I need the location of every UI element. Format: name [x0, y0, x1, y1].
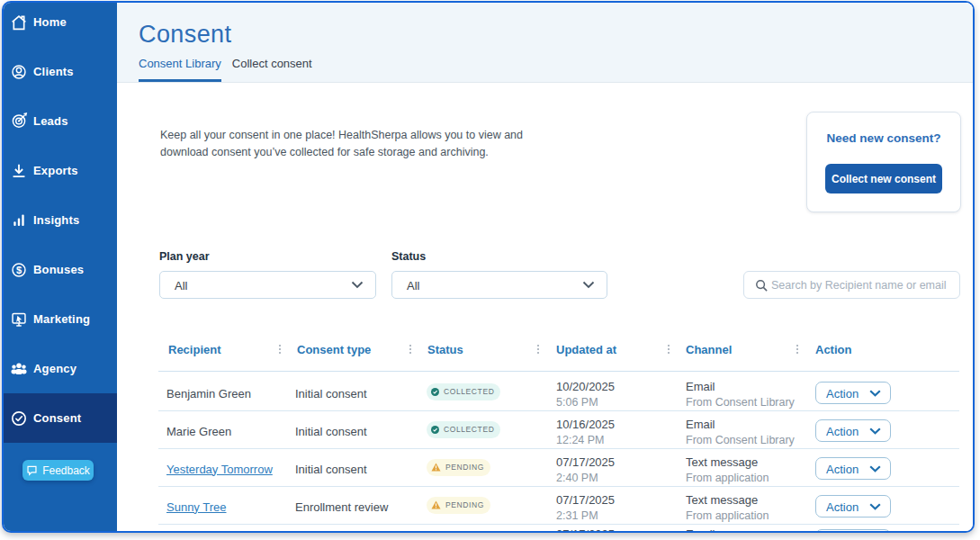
svg-text:$: $	[16, 264, 22, 274]
